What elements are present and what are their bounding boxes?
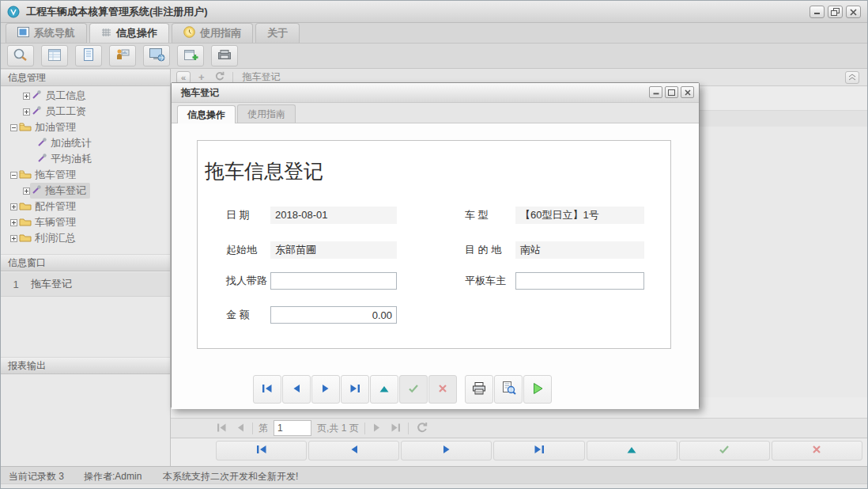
print-preview-button[interactable] (494, 375, 523, 404)
first-record-button[interactable] (253, 375, 281, 404)
add-tab-button[interactable]: + (197, 71, 206, 83)
expander-plus-icon[interactable] (10, 201, 17, 213)
page-prefix: 第 (259, 422, 268, 435)
tree-item-parts-manage[interactable]: 配件管理 (1, 199, 170, 214)
sidebar: 信息管理 员工信息 员工工资 加油管理 加油 (1, 69, 171, 466)
last-record-button[interactable] (341, 375, 369, 404)
employee-button[interactable] (109, 45, 136, 66)
execute-button[interactable] (523, 375, 552, 404)
panel-header-info-window[interactable]: 信息窗口 (1, 254, 170, 271)
prev-page-button[interactable] (234, 423, 247, 434)
first-page-button[interactable] (215, 423, 228, 434)
search-icon (13, 47, 28, 64)
restore-button[interactable] (828, 6, 843, 18)
tree-item-fuel-stats[interactable]: 加油统计 (1, 135, 170, 151)
dialog-maximize-button[interactable] (665, 86, 678, 98)
cross-icon (812, 445, 821, 457)
origin-field[interactable]: 东部苗圃 (270, 241, 397, 259)
expander-plus-icon[interactable] (23, 90, 30, 102)
refresh-tab-button[interactable] (213, 71, 226, 83)
tab-about[interactable]: 关于 (255, 23, 300, 43)
prev-page-icon (236, 423, 245, 434)
dialog-close-button[interactable] (681, 86, 694, 98)
prev-record-button[interactable] (282, 375, 311, 404)
separator (364, 423, 365, 434)
flatbed-owner-label: 平板车主 (465, 272, 506, 290)
expander-plus-icon[interactable] (23, 106, 30, 118)
origin-label: 起始地 (226, 241, 257, 259)
play-icon (532, 382, 544, 397)
tab-system-nav[interactable]: 系统导航 (6, 23, 87, 43)
next-record-button[interactable] (401, 441, 492, 461)
document-button[interactable] (75, 45, 102, 66)
last-page-button[interactable] (389, 423, 402, 434)
dialog-minimize-button[interactable] (649, 86, 662, 98)
print-button[interactable] (465, 375, 493, 404)
monitor-button[interactable] (143, 45, 170, 66)
tree-item-label: 员工工资 (45, 104, 86, 119)
cancel-record-button[interactable] (428, 375, 457, 404)
tab-user-guide[interactable]: 使用指南 (172, 23, 253, 43)
tree-item-vehicle-manage[interactable]: 车辆管理 (1, 214, 170, 230)
open-window-label: 拖车登记 (31, 277, 72, 291)
refresh-grid-button[interactable] (414, 422, 429, 435)
panel-header-report-output[interactable]: 报表输出 (1, 357, 170, 374)
amount-input[interactable] (270, 306, 397, 324)
cancel-record-button[interactable] (772, 441, 862, 461)
insert-record-button[interactable] (587, 441, 677, 461)
vehicle-type-field[interactable]: 【60型日立】1号 (515, 207, 644, 224)
tree-item-trailer-register[interactable]: 拖车登记 (1, 183, 170, 199)
expander-plus-icon[interactable] (23, 185, 30, 197)
last-page-icon (391, 423, 401, 434)
prev-record-button[interactable] (308, 441, 399, 461)
app-window: 工程车辆成本核算管理系统(非注册用户) 系统导航 信息操作 使用指南 关于 (0, 0, 868, 489)
amount-label: 金 额 (226, 306, 250, 324)
expander-plus-icon[interactable] (10, 217, 17, 229)
collapse-panel-button[interactable] (845, 71, 859, 84)
add-window-icon (183, 48, 198, 64)
table-view-button[interactable] (41, 45, 68, 66)
status-operator: 操作者:Admin (84, 470, 142, 483)
minimize-button[interactable] (810, 6, 825, 18)
panel-header-info-manage[interactable]: 信息管理 (1, 69, 170, 86)
tree-item-employee-salary[interactable]: 员工工资 (1, 104, 170, 119)
first-record-icon (256, 445, 267, 457)
guide-input[interactable] (270, 272, 397, 290)
printer-icon (471, 381, 487, 398)
dialog-tab-user-guide[interactable]: 使用指南 (237, 104, 296, 123)
user-chart-icon (115, 47, 130, 64)
tree-item-avg-fuel[interactable]: 平均油耗 (1, 151, 170, 167)
destination-field[interactable]: 南站 (515, 241, 644, 259)
expander-minus-icon[interactable] (10, 122, 17, 134)
dialog-tab-info-ops[interactable]: 信息操作 (177, 105, 236, 123)
tree-item-employee-info[interactable]: 员工信息 (1, 88, 170, 104)
tab-info-ops[interactable]: 信息操作 (89, 23, 169, 43)
tree-item-label: 加油统计 (51, 136, 92, 150)
prev-record-icon (291, 384, 302, 396)
tree-item-profit-summary[interactable]: 利润汇总 (1, 230, 170, 246)
vehicle-type-label: 车 型 (465, 207, 489, 224)
flatbed-owner-input[interactable] (515, 272, 644, 290)
search-button[interactable] (7, 45, 34, 66)
insert-record-button[interactable] (370, 375, 398, 404)
add-record-button[interactable] (177, 45, 204, 66)
open-window-row[interactable]: 1 拖车登记 (1, 272, 170, 297)
post-record-button[interactable] (399, 375, 428, 404)
date-field[interactable]: 2018-08-01 (270, 207, 397, 224)
tab-label: 系统导航 (34, 26, 75, 40)
last-record-button[interactable] (493, 441, 584, 461)
tree-item-fuel-manage[interactable]: 加油管理 (1, 119, 170, 135)
dialog-title-bar[interactable]: 拖车登记 (172, 83, 699, 103)
post-record-button[interactable] (679, 441, 770, 461)
next-page-button[interactable] (371, 423, 383, 434)
close-button[interactable] (846, 6, 861, 18)
print-button[interactable] (211, 45, 238, 66)
page-number-input[interactable] (274, 420, 311, 436)
next-record-button[interactable] (311, 375, 340, 404)
expander-minus-icon[interactable] (10, 169, 17, 181)
folder-icon (19, 217, 32, 229)
expander-plus-icon[interactable] (10, 233, 17, 244)
folder-icon (19, 201, 32, 213)
first-record-button[interactable] (216, 441, 307, 461)
tree-item-trailer-manage[interactable]: 拖车管理 (1, 167, 170, 183)
